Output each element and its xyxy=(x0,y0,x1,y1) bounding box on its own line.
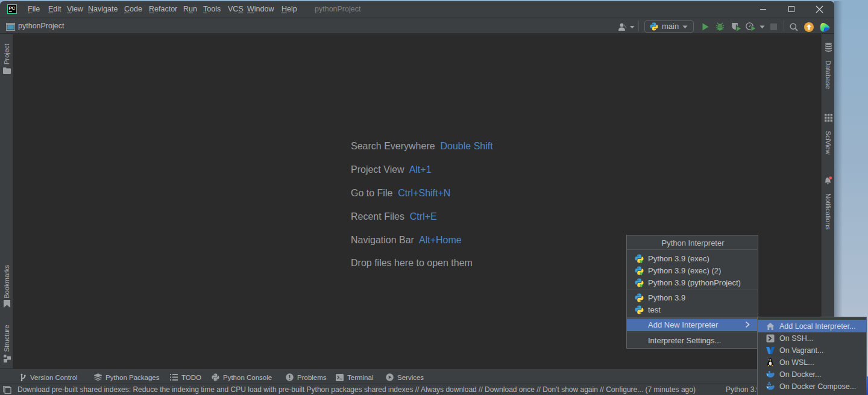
svg-text:PC: PC xyxy=(8,5,15,11)
